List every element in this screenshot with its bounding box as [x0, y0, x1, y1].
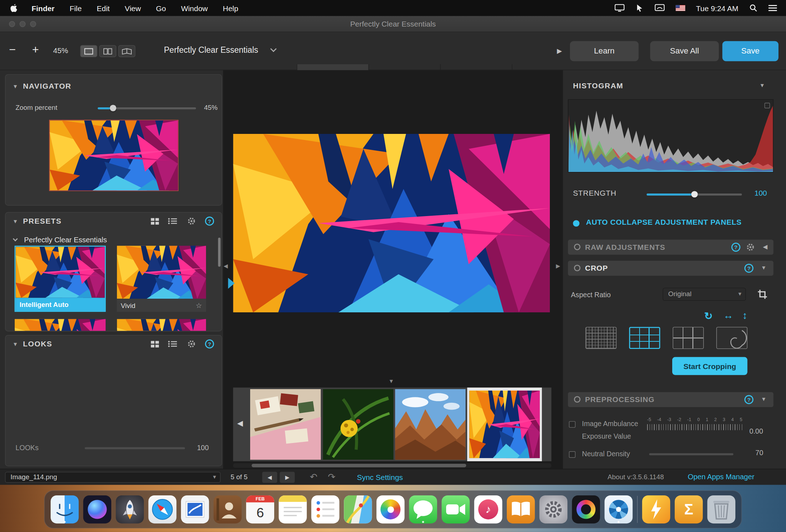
learn-button[interactable]: Learn: [570, 41, 638, 61]
filmstrip-thumb-1[interactable]: [250, 389, 321, 460]
presets-settings-gear-icon[interactable]: [187, 217, 195, 225]
menu-help[interactable]: Help: [215, 0, 246, 16]
open-apps-manager-button[interactable]: Open Apps Manager: [688, 473, 754, 481]
preprocessing-collapse-icon[interactable]: ▼: [761, 396, 766, 402]
crop-help-icon[interactable]: ?: [744, 264, 753, 273]
raw-adjustments-toggle[interactable]: [574, 244, 580, 250]
image-ambulance-checkbox[interactable]: [569, 421, 575, 428]
minimize-window-button[interactable]: [19, 21, 25, 27]
presets-list-view-icon[interactable]: [168, 218, 177, 225]
dock-mail-icon[interactable]: [181, 495, 209, 523]
histogram-checkbox[interactable]: [764, 103, 770, 108]
preprocessing-help-icon[interactable]: ?: [744, 395, 753, 404]
main-image[interactable]: [233, 134, 550, 312]
filmstrip-scrollbar-thumb[interactable]: [252, 464, 466, 467]
next-image-button[interactable]: ▶: [280, 472, 295, 483]
filename-dropdown[interactable]: Image_114.png ▾: [5, 472, 221, 483]
crop-grid-fine-button[interactable]: [585, 327, 617, 349]
dock-aperture-app-icon[interactable]: [604, 495, 632, 523]
screen-share-icon[interactable]: [654, 4, 664, 12]
left-panel-drag-handle[interactable]: [228, 278, 234, 289]
dock-cleaner-app-icon[interactable]: [642, 495, 670, 523]
flip-horizontal-icon[interactable]: ↔: [723, 310, 733, 321]
auto-collapse-toggle[interactable]: [573, 220, 579, 227]
filmstrip-scrollbar[interactable]: [233, 463, 551, 468]
preprocessing-header[interactable]: PREPROCESSING ? ▼: [568, 392, 773, 407]
dock-books-icon[interactable]: [507, 495, 535, 523]
remote-cursor-icon[interactable]: [635, 4, 643, 12]
raw-expand-icon[interactable]: ◀: [763, 243, 767, 250]
menu-clock[interactable]: Tue 9:24 AM: [696, 4, 738, 12]
dock-calendar-icon[interactable]: FEB 6: [246, 495, 274, 523]
preset-group-dropdown[interactable]: Perfectly Clear Essentials: [164, 45, 276, 55]
menu-app-name[interactable]: Finder: [24, 0, 62, 16]
preprocessing-toggle[interactable]: [574, 396, 580, 402]
dock-music-icon[interactable]: ♪: [474, 495, 502, 523]
save-button[interactable]: Save: [722, 41, 778, 61]
presets-help-icon[interactable]: ?: [205, 216, 214, 225]
filmstrip-thumb-2[interactable]: [323, 389, 393, 460]
collapse-navigator-icon[interactable]: ▼: [13, 83, 18, 89]
looks-list-view-icon[interactable]: [168, 340, 177, 347]
preset-partial-row[interactable]: [15, 319, 106, 331]
preset-partial-row[interactable]: [117, 319, 206, 331]
apple-menu[interactable]: [0, 0, 24, 16]
raw-help-icon[interactable]: ?: [731, 243, 740, 252]
spotlight-search-icon[interactable]: [749, 4, 757, 12]
redo-button[interactable]: ↷: [328, 471, 335, 482]
neutral-density-checkbox[interactable]: [569, 451, 575, 458]
zoom-out-button[interactable]: −: [9, 43, 16, 57]
menu-view[interactable]: View: [117, 0, 149, 16]
collapse-histogram-icon[interactable]: ▼: [759, 82, 765, 88]
preset-vivid[interactable]: Vivid ☆: [117, 246, 206, 312]
input-language-flag-icon[interactable]: [675, 5, 685, 11]
navigator-zoom-slider[interactable]: [98, 107, 196, 109]
split-view-button[interactable]: [99, 45, 116, 57]
dock-reminders-icon[interactable]: [311, 495, 339, 523]
exposure-ruler[interactable]: [647, 424, 742, 430]
rotate-icon[interactable]: ↻: [704, 310, 712, 322]
auto-collapse-label[interactable]: AUTO COLLAPSE ADJUSTMENT PANELS: [586, 218, 742, 226]
filmstrip-thumb-3[interactable]: [395, 389, 466, 460]
collapse-looks-icon[interactable]: ▼: [13, 341, 18, 347]
menu-go[interactable]: Go: [149, 0, 174, 16]
crop-grid-spiral-button[interactable]: [716, 327, 748, 349]
previous-image-button[interactable]: ◀: [262, 472, 277, 483]
strength-slider[interactable]: [647, 193, 742, 196]
presets-group-row[interactable]: Perfectly Clear Essentials: [14, 235, 107, 243]
favorite-star-icon[interactable]: ☆: [196, 301, 202, 309]
presets-scrollbar[interactable]: [218, 238, 221, 267]
start-cropping-button[interactable]: Start Cropping: [672, 357, 748, 375]
dock-notes-icon[interactable]: [279, 495, 307, 523]
close-window-button[interactable]: [9, 21, 15, 27]
looks-help-icon[interactable]: ?: [205, 340, 214, 349]
menu-window[interactable]: Window: [173, 0, 215, 16]
undo-button[interactable]: ↶: [310, 471, 317, 482]
sync-settings-button[interactable]: Sync Settings: [357, 473, 403, 481]
dock-perfectly-clear-icon[interactable]: [572, 495, 600, 523]
dock-photos-icon[interactable]: [376, 495, 404, 523]
raw-gear-icon[interactable]: [747, 243, 754, 251]
filmstrip-scroll-left[interactable]: ◀: [237, 419, 243, 428]
zoom-in-button[interactable]: +: [32, 43, 39, 57]
collapse-left-panel-icon[interactable]: ◀: [224, 263, 228, 269]
notification-center-icon[interactable]: [768, 5, 777, 12]
looks-settings-gear-icon[interactable]: [187, 340, 195, 348]
dock-facetime-icon[interactable]: [441, 495, 469, 523]
aspect-ratio-dropdown[interactable]: Original ▾: [663, 288, 746, 301]
dock-finder-icon[interactable]: [51, 495, 79, 523]
flip-vertical-icon[interactable]: ↕: [742, 310, 747, 321]
dock-trash-icon[interactable]: [707, 495, 735, 523]
zoom-window-button[interactable]: [30, 21, 36, 27]
crop-collapse-icon[interactable]: ▼: [761, 265, 766, 271]
crop-header[interactable]: CROP ? ▼: [568, 261, 773, 276]
collapse-presets-icon[interactable]: ▼: [13, 218, 18, 224]
collapse-filmstrip-icon[interactable]: ▼: [388, 378, 394, 384]
dock-siri-icon[interactable]: [83, 495, 111, 523]
neutral-density-slider[interactable]: [649, 453, 734, 456]
dock-maps-icon[interactable]: [344, 495, 372, 523]
filmstrip-thumb-4-selected[interactable]: [467, 388, 542, 461]
dock-system-preferences-icon[interactable]: [539, 495, 567, 523]
crop-tool-icon[interactable]: [757, 289, 767, 299]
crop-grid-sixths-button[interactable]: [673, 327, 704, 349]
